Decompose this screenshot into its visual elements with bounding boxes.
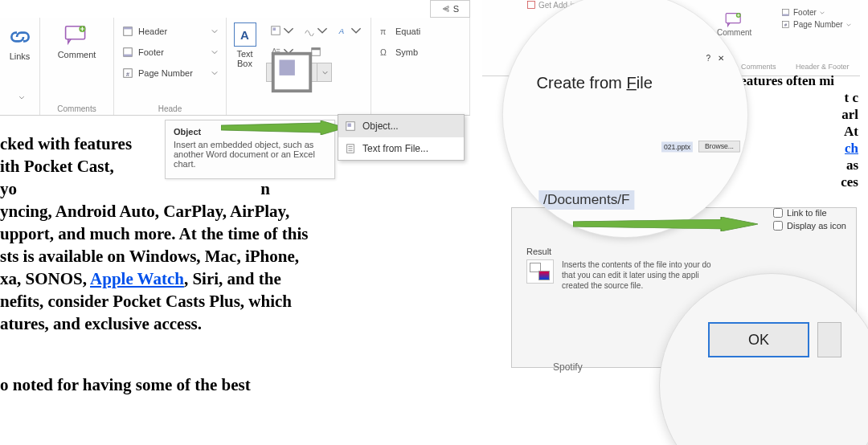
footer-button-right[interactable]: Footer [781,8,851,17]
svg-rect-15 [280,60,295,76]
doc-line-2a: ith Pocket Cast, yo [0,157,114,198]
magnifier-top: ? ✕ Create from File 021.pptx Browse... … [502,0,748,238]
headerfooter-group-right: Footer # Page Number [781,8,851,29]
tab-create-from-file[interactable]: Create from File [536,74,653,92]
wordart-icon: A [338,25,349,36]
symbol-label: Symb [395,47,418,57]
heading-pre: Create from [536,74,626,92]
share-icon [441,4,451,14]
dialog-options: Link to file Display as icon [773,208,846,231]
svg-rect-26 [782,14,788,16]
svg-text:π: π [380,27,386,36]
annotation-arrow [221,120,346,135]
svg-rect-5 [124,55,133,57]
page-number-icon: # [122,67,133,79]
chevron-down-icon [211,49,218,55]
header-button[interactable]: Header [119,21,221,42]
menu-item-object[interactable]: Object... [338,115,464,137]
doc-line-1: cked with features [0,134,132,153]
footer-label-right: Footer [793,8,817,17]
share-button[interactable]: S [430,0,470,18]
heading-post: ile [637,74,653,92]
result-label: Result [526,247,816,256]
text-from-file-icon [345,143,356,154]
close-icon[interactable]: ✕ [718,53,725,63]
browse-button[interactable]: Browse... [698,141,740,152]
doc-line-2b: n [260,179,270,198]
ribbon-group-headerfooter: Header Footer # Page Number Heade [114,18,227,115]
comment-button-right[interactable]: Comment [717,12,751,37]
doc-line-6b: , Siri, and the [184,269,281,288]
ribbon-group-text: A Text Box A A [227,18,371,115]
object-dropdown-menu: Object... Text from File... [338,114,465,161]
footer-button[interactable]: Footer [119,42,221,63]
page-number-label-right: Page Number [793,20,843,29]
footer-label: Footer [138,47,164,57]
ribbon-group-comments: Comment Comments [40,18,114,115]
svg-marker-21 [221,120,346,135]
file-name-field[interactable]: 021.pptx [661,141,693,152]
object-icon [345,120,356,132]
symbol-button[interactable]: Ω Symb [376,42,465,63]
result-icon [526,259,554,284]
link-to-file-checkbox[interactable]: Link to file [773,208,846,218]
svg-text:A: A [338,27,344,35]
ribbon-group-symbols: π Equati Ω Symb [371,18,470,115]
equation-label: Equati [395,27,420,36]
signature-icon [304,25,315,36]
chevron-down-icon [18,95,24,100]
doc-line-3a: yncing, Android Au [0,202,141,221]
svg-rect-9 [273,28,276,31]
textbox-icon: A [234,22,256,47]
equation-icon: π [379,26,391,37]
display-as-icon-checkbox[interactable]: Display as icon [773,221,846,231]
menu-item-object-label: Object... [362,120,399,132]
object-dropdown[interactable] [317,63,331,81]
doc-link-apple-watch[interactable]: Apple Watch [90,269,184,288]
page-number-label: Page Number [138,68,193,78]
quickparts-button[interactable] [266,21,298,40]
chevron-down-icon [283,25,294,36]
object-split-button[interactable] [266,63,332,82]
group-title-comments-right: Comments [732,63,784,71]
file-path-display: /Documents/F [538,190,634,209]
display-as-icon-label: Display as icon [787,221,846,231]
page-number-button[interactable]: # Page Number [119,63,221,84]
chevron-down-icon [820,10,825,15]
comment-label-right: Comment [717,28,751,37]
menu-item-text-from-file[interactable]: Text from File... [338,137,464,160]
annotation-arrow [573,217,758,231]
result-text: Inserts the contents of the file into yo… [562,259,711,291]
object-main[interactable] [267,63,317,81]
doc-line-6a: xa, SONOS, [0,269,90,288]
cancel-button[interactable] [817,322,841,357]
symbol-icon: Ω [379,47,391,58]
svg-rect-22 [528,2,535,9]
menu-item-text-from-file-label: Text from File... [362,143,428,154]
textbox-button[interactable]: A Text Box [231,21,258,82]
chevron-down-icon [211,28,218,35]
svg-text:#: # [784,22,788,27]
footer-icon [122,47,133,58]
chevron-down-icon [322,70,328,76]
share-label: S [453,4,459,14]
svg-text:#: # [126,71,129,77]
help-icon[interactable]: ? [706,53,711,63]
quickparts-icon [270,25,281,36]
doc-line-3b: to, CarPlay, AirPlay, [141,202,289,221]
thumbnail-label-spotify: Spotify [553,361,583,373]
doc-line-7: nefits, consider Pocket Casts Plus, whic… [0,292,292,311]
group-title-comments: Comments [40,104,113,113]
page-number-button-right[interactable]: # Page Number [781,20,851,29]
doc-line-5: sts is available on Windows, Mac, iPhone… [0,247,299,266]
svg-text:Ω: Ω [380,47,387,57]
doc-para-2: o noted for having some of the best [0,374,366,396]
equation-button[interactable]: π Equati [376,21,465,42]
wordart-button[interactable]: A [334,21,366,40]
comment-button[interactable]: Comment [58,21,96,59]
blank-mini [334,42,366,61]
ok-button[interactable]: OK [708,322,809,357]
links-button[interactable] [7,24,33,50]
signature-button[interactable] [300,21,332,40]
heading-underline: F [627,74,637,92]
